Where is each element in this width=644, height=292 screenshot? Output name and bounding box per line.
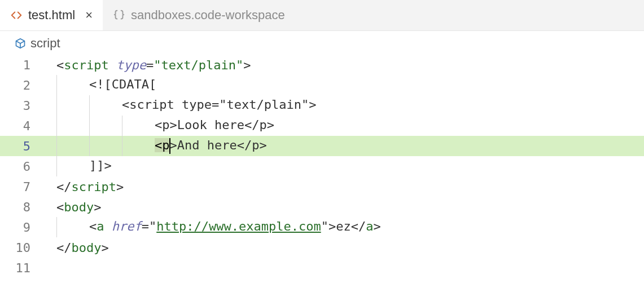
indent-guide xyxy=(56,217,57,237)
tab-sandboxes-workspace[interactable]: sandboxes.code-workspace xyxy=(103,0,295,30)
code-content: ]]> xyxy=(45,156,112,176)
line-number: 3 xyxy=(0,99,45,113)
code-line[interactable]: 10</body> xyxy=(0,237,644,258)
indent-guide xyxy=(56,95,57,116)
line-number: 8 xyxy=(0,200,45,214)
indent-guide xyxy=(122,116,122,136)
code-line[interactable]: 1<script type="text/plain"> xyxy=(0,55,644,75)
code-content: <a href="http://www.example.com">ez</a> xyxy=(45,217,381,237)
code-line[interactable]: 7</script> xyxy=(0,176,644,197)
indent-guide xyxy=(56,156,57,176)
code-content: <script type="text/plain"> xyxy=(45,95,316,116)
cube-icon xyxy=(15,38,26,49)
line-number: 5 xyxy=(0,139,45,153)
tab-bar: test.html × sandboxes.code-workspace xyxy=(0,0,644,31)
code-content: </script> xyxy=(45,180,124,194)
code-content: </body> xyxy=(45,241,109,255)
indent-guide xyxy=(122,136,122,156)
angle-brackets-icon xyxy=(10,9,23,21)
code-content: <p>Look here</p> xyxy=(45,116,274,136)
indent-guide xyxy=(56,75,57,95)
indent-guide xyxy=(89,116,90,136)
tab-test-html[interactable]: test.html × xyxy=(0,0,103,30)
indent-guide xyxy=(56,116,57,136)
indent-guide xyxy=(89,136,90,156)
code-line[interactable]: 9<a href="http://www.example.com">ez</a> xyxy=(0,217,644,237)
code-line[interactable]: 4<p>Look here</p> xyxy=(0,116,644,136)
code-editor[interactable]: 1<script type="text/plain">2<![CDATA[3<s… xyxy=(0,55,644,278)
indent-guide xyxy=(56,136,57,156)
code-content: <![CDATA[ xyxy=(45,75,156,95)
code-content: <body> xyxy=(45,200,101,214)
line-number: 2 xyxy=(0,78,45,92)
line-number: 7 xyxy=(0,180,45,194)
tab-label: sandboxes.code-workspace xyxy=(131,8,285,23)
curly-braces-icon xyxy=(113,9,125,21)
line-number: 6 xyxy=(0,160,45,174)
code-line[interactable]: 3<script type="text/plain"> xyxy=(0,95,644,116)
code-content: <p>And here</p> xyxy=(45,136,267,156)
code-content: <script type="text/plain"> xyxy=(45,58,251,72)
breadcrumb[interactable]: script xyxy=(0,31,644,55)
tab-label: test.html xyxy=(28,8,75,23)
line-number: 1 xyxy=(0,58,45,72)
line-number: 4 xyxy=(0,119,45,133)
indent-guide xyxy=(89,95,90,116)
code-line[interactable]: 8<body> xyxy=(0,197,644,217)
code-line[interactable]: 6]]> xyxy=(0,156,644,176)
close-icon[interactable]: × xyxy=(85,9,93,21)
code-line[interactable]: 5<p>And here</p> xyxy=(0,136,644,156)
code-line[interactable]: 2<![CDATA[ xyxy=(0,75,644,95)
line-number: 10 xyxy=(0,241,45,255)
breadcrumb-label: script xyxy=(30,36,60,51)
line-number: 11 xyxy=(0,261,45,275)
line-number: 9 xyxy=(0,220,45,235)
code-line[interactable]: 11 xyxy=(0,258,644,278)
